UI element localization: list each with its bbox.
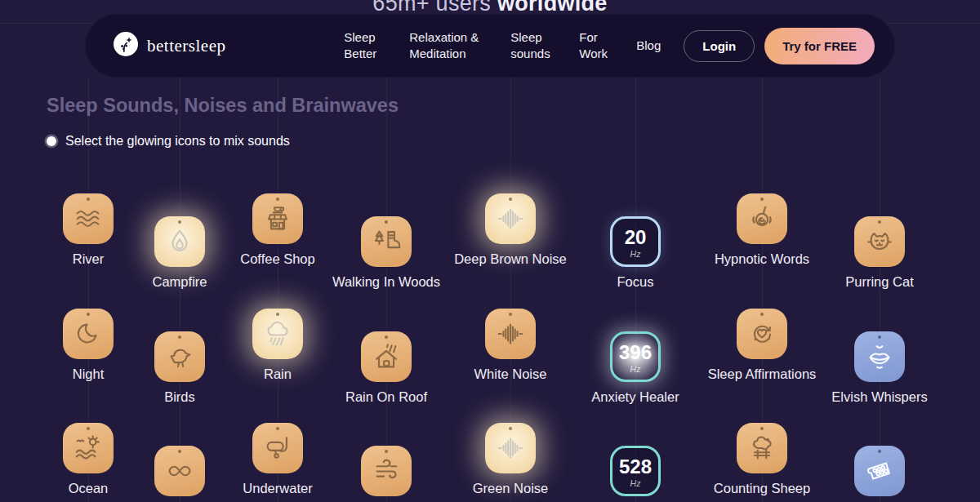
sound-label: Rain: [264, 367, 292, 382]
sound-label: Counting Sheep: [714, 481, 810, 496]
sound-underwater[interactable]: Underwater: [216, 423, 339, 496]
sound-counting-sheep[interactable]: Counting Sheep: [701, 423, 823, 496]
sound-walking-in-woods[interactable]: Walking In Woods: [325, 216, 448, 290]
sound-label: Underwater: [243, 481, 312, 496]
sound-label: Walking In Woods: [332, 274, 440, 290]
sound-anxiety-healer-396hz[interactable]: 396 Hz Anxiety Healer: [574, 331, 697, 405]
sound-label: Campfire: [153, 274, 207, 290]
brand-wordmark: bettersleep: [147, 36, 225, 56]
sound-label: Birds: [164, 389, 195, 405]
bird-icon[interactable]: [154, 331, 205, 382]
sound-coffee-shop[interactable]: Coffee Shop: [216, 193, 339, 267]
sound-label: Hypnotic Words: [715, 251, 809, 267]
coffee-shop-icon[interactable]: [252, 193, 303, 244]
rain-cloud-icon[interactable]: [252, 309, 303, 359]
sound-label: Rain On Roof: [345, 389, 427, 405]
sound-focus-20hz[interactable]: 20 Hz Focus: [574, 216, 697, 290]
waveform-icon[interactable]: [485, 423, 536, 473]
sound-label: Deep Brown Noise: [454, 251, 567, 267]
bettersleep-page: 65m+ users worldwide bettersleep Sleep B…: [0, 0, 980, 502]
page-title: Sleep Sounds, Noises and Brainwaves: [47, 95, 399, 117]
bettersleep-logo-icon: [114, 32, 138, 60]
sound-label: Night: [73, 367, 105, 382]
focus-20hz-icon[interactable]: 20 Hz: [610, 216, 661, 267]
nav-blog[interactable]: Blog: [636, 38, 661, 54]
sound-label: Green Noise: [473, 481, 549, 496]
sound-bubble-wrap[interactable]: [818, 446, 941, 496]
sound-white-noise[interactable]: White Noise: [449, 309, 572, 382]
cat-face-icon[interactable]: [854, 216, 905, 267]
nav-sleep-better[interactable]: Sleep Better: [344, 29, 383, 62]
sound-elvish-whispers[interactable]: Elvish Whispers: [818, 331, 941, 405]
sound-label: Coffee Shop: [240, 251, 314, 267]
waveform-icon[interactable]: [485, 309, 536, 359]
sound-label: Purring Cat: [845, 274, 913, 290]
sound-label: Anxiety Healer: [591, 389, 679, 405]
528hz-icon[interactable]: 528 Hz: [610, 446, 661, 496]
pendulum-icon[interactable]: [737, 193, 787, 244]
ocean-icon[interactable]: [63, 423, 114, 473]
brand-logo[interactable]: bettersleep: [114, 32, 225, 60]
sound-528hz[interactable]: 528 Hz: [574, 446, 697, 496]
woods-boot-icon[interactable]: [361, 216, 412, 267]
sound-green-noise[interactable]: Green Noise: [449, 423, 572, 496]
campfire-icon[interactable]: [154, 216, 205, 267]
try-for-free-button[interactable]: Try for FREE: [764, 28, 875, 64]
house-rain-icon[interactable]: [361, 331, 412, 382]
lips-icon[interactable]: [854, 331, 905, 382]
sound-label: Focus: [617, 274, 654, 290]
login-button[interactable]: Login: [684, 30, 755, 62]
infinity-icon[interactable]: [154, 446, 205, 496]
navbar: bettersleep Sleep Better Relaxation & Me…: [85, 14, 895, 78]
sound-label: Sleep Affirmations: [708, 367, 817, 382]
sound-label: River: [73, 251, 105, 267]
sound-rain-on-roof[interactable]: Rain On Roof: [325, 331, 448, 405]
sound-deep-brown-noise[interactable]: Deep Brown Noise: [449, 193, 572, 267]
sound-label: White Noise: [474, 367, 547, 382]
sound-rain[interactable]: Rain: [216, 309, 339, 382]
nav-sleep-sounds[interactable]: Sleep sounds: [510, 29, 553, 62]
sound-label: Ocean: [69, 481, 109, 496]
anxiety-healer-396hz-icon[interactable]: 396 Hz: [610, 331, 661, 382]
sound-sleep-affirmations[interactable]: Sleep Affirmations: [701, 309, 823, 382]
diving-mask-icon[interactable]: [252, 423, 303, 473]
moon-icon[interactable]: [63, 309, 114, 359]
sound-label: Elvish Whispers: [831, 389, 927, 405]
wind-icon[interactable]: [361, 446, 412, 496]
bubble-wrap-icon[interactable]: [854, 446, 905, 496]
mix-sounds-hint: Select the glowing icons to mix sounds: [47, 134, 290, 149]
radio-dot-icon: [47, 136, 56, 146]
sheep-icon[interactable]: [737, 423, 787, 473]
heart-affirmation-icon[interactable]: [737, 309, 787, 359]
nav-relaxation-meditation[interactable]: Relaxation & Meditation: [409, 29, 484, 62]
sound-wind[interactable]: [325, 446, 448, 496]
nav-for-work[interactable]: For Work: [579, 29, 610, 62]
sound-hypnotic-words[interactable]: Hypnotic Words: [701, 193, 823, 267]
sound-purring-cat[interactable]: Purring Cat: [818, 216, 941, 290]
nav-links: Sleep Better Relaxation & Meditation Sle…: [344, 29, 661, 62]
river-icon[interactable]: [63, 193, 114, 244]
waveform-icon[interactable]: [485, 193, 536, 244]
